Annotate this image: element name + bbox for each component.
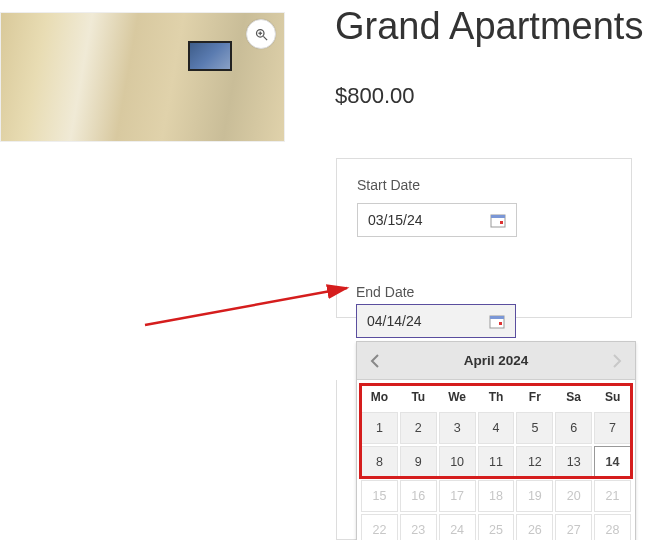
svg-rect-6 (500, 221, 503, 224)
datepicker-day[interactable]: 11 (478, 446, 515, 478)
datepicker-dow: Sa (555, 384, 592, 410)
datepicker-day[interactable]: 6 (555, 412, 592, 444)
datepicker-day[interactable]: 8 (361, 446, 398, 478)
datepicker-dow: Th (478, 384, 515, 410)
start-date-label: Start Date (357, 177, 611, 193)
calendar-icon (489, 314, 505, 329)
datepicker-day: 20 (555, 480, 592, 512)
end-date-input[interactable]: 04/14/24 (356, 304, 516, 338)
datepicker-day: 27 (555, 514, 592, 540)
svg-rect-8 (490, 316, 504, 319)
product-title: Grand Apartments (335, 5, 643, 48)
datepicker-day: 19 (516, 480, 553, 512)
svg-line-1 (263, 36, 267, 40)
datepicker-day: 21 (594, 480, 631, 512)
calendar-icon (490, 213, 506, 228)
datepicker-day[interactable]: 9 (400, 446, 437, 478)
datepicker-day[interactable]: 1 (361, 412, 398, 444)
zoom-icon[interactable] (246, 19, 276, 49)
datepicker-day: 26 (516, 514, 553, 540)
datepicker-day[interactable]: 12 (516, 446, 553, 478)
datepicker-day[interactable]: 4 (478, 412, 515, 444)
svg-line-10 (145, 288, 347, 325)
end-date-label: End Date (356, 284, 414, 300)
datepicker-day: 17 (439, 480, 476, 512)
datepicker-day: 22 (361, 514, 398, 540)
datepicker-day: 24 (439, 514, 476, 540)
svg-rect-9 (499, 322, 502, 325)
datepicker-day: 18 (478, 480, 515, 512)
datepicker-day[interactable]: 5 (516, 412, 553, 444)
datepicker-day: 23 (400, 514, 437, 540)
next-month-button[interactable] (605, 349, 629, 373)
datepicker-popup: April 2024 MoTuWeThFrSaSu123456789101112… (356, 341, 636, 540)
datepicker-day[interactable]: 2 (400, 412, 437, 444)
datepicker-dow: We (439, 384, 476, 410)
datepicker-day: 28 (594, 514, 631, 540)
product-price: $800.00 (335, 83, 415, 109)
datepicker-dow: Su (594, 384, 631, 410)
datepicker-grid: MoTuWeThFrSaSu12345678910111213141516171… (357, 380, 635, 540)
datepicker-dow: Tu (400, 384, 437, 410)
start-date-value: 03/15/24 (368, 212, 423, 228)
datepicker-dow: Fr (516, 384, 553, 410)
product-image[interactable] (0, 12, 285, 142)
datepicker-day[interactable]: 10 (439, 446, 476, 478)
datepicker-day[interactable]: 14 (594, 446, 631, 478)
datepicker-dow: Mo (361, 384, 398, 410)
svg-rect-5 (491, 215, 505, 218)
datepicker-day: 16 (400, 480, 437, 512)
datepicker-header: April 2024 (357, 342, 635, 380)
datepicker-day: 15 (361, 480, 398, 512)
annotation-arrow (140, 270, 358, 330)
datepicker-day[interactable]: 13 (555, 446, 592, 478)
datepicker-day[interactable]: 3 (439, 412, 476, 444)
start-date-input[interactable]: 03/15/24 (357, 203, 517, 237)
datepicker-month-title: April 2024 (464, 353, 529, 368)
end-date-value: 04/14/24 (367, 313, 422, 329)
datepicker-day[interactable]: 7 (594, 412, 631, 444)
datepicker-day: 25 (478, 514, 515, 540)
prev-month-button[interactable] (363, 349, 387, 373)
